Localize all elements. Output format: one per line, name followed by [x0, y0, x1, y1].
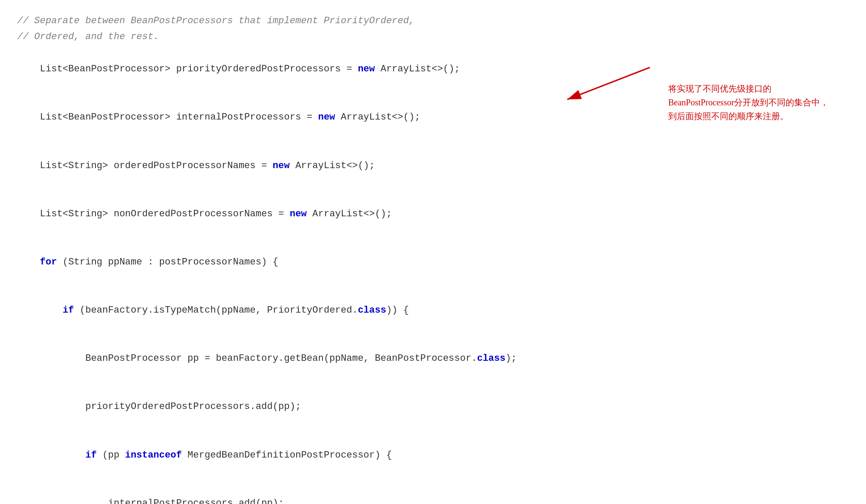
list-rest-1: ArrayList<>(); — [375, 64, 460, 74]
class-keyword-1: class — [358, 305, 386, 316]
code-line-list4: List<String> nonOrderedPostProcessorName… — [17, 190, 849, 238]
getbean-indent: BeanPostProcessor pp = beanFactory.getBe… — [40, 353, 477, 364]
annotation-box: 将实现了不同优先级接口的BeanPostProcessor分开放到不同的集合中，… — [668, 82, 832, 123]
code-line-if1: if (beanFactory.isTypeMatch(ppName, Prio… — [17, 286, 849, 335]
list-type-3: List<String> orderedPostProcessorNames = — [40, 160, 273, 171]
class-keyword-2: class — [477, 353, 505, 364]
list-rest-2: ArrayList<>(); — [335, 112, 420, 123]
if-rest-1: (beanFactory.isTypeMatch(ppName, Priorit… — [74, 305, 358, 316]
new-keyword-3: new — [273, 160, 290, 171]
annotation-text: 将实现了不同优先级接口的BeanPostProcessor分开放到不同的集合中，… — [668, 84, 829, 121]
getbean-end: ); — [505, 353, 516, 364]
if-keyword-1: if — [63, 305, 74, 316]
for-keyword: for — [40, 257, 57, 267]
code-line-add-pp: priorityOrderedPostProcessors.add(pp); — [17, 383, 849, 431]
code-block: // Separate between BeanPostProcessors t… — [17, 13, 849, 504]
new-keyword-4: new — [290, 209, 307, 219]
add-pp-indent: priorityOrderedPostProcessors.add(pp); — [40, 401, 301, 412]
code-line-internal-add: internalPostProcessors.add(pp); — [17, 479, 849, 504]
comment-line-1: // Separate between BeanPostProcessors t… — [17, 13, 849, 29]
if-end-1: )) { — [386, 305, 409, 316]
if2-indent — [40, 450, 86, 461]
new-keyword-1: new — [358, 64, 375, 74]
list-rest-3: ArrayList<>(); — [290, 160, 375, 171]
code-line-getbean: BeanPostProcessor pp = beanFactory.getBe… — [17, 335, 849, 383]
code-line-if2: if (pp instanceof MergedBeanDefinitionPo… — [17, 431, 849, 479]
for-rest: (String ppName : postProcessorNames) { — [57, 257, 278, 267]
new-keyword-2: new — [318, 112, 335, 123]
comment-line-2: // Ordered, and the rest. — [17, 29, 849, 45]
if2-end: MergedBeanDefinitionPostProcessor) { — [182, 450, 392, 461]
list-type-1: List<BeanPostProcessor> priorityOrderedP… — [40, 64, 358, 74]
instanceof-keyword: instanceof — [125, 450, 182, 461]
if-keyword-2: if — [85, 450, 96, 461]
if-indent — [40, 305, 63, 316]
if2-rest: (pp — [97, 450, 125, 461]
list-type-2: List<BeanPostProcessor> internalPostProc… — [40, 112, 318, 123]
list-type-4: List<String> nonOrderedPostProcessorName… — [40, 209, 290, 219]
list-rest-4: ArrayList<>(); — [307, 209, 392, 219]
code-line-for: for (String ppName : postProcessorNames)… — [17, 238, 849, 286]
internal-add-indent: internalPostProcessors.add(pp); — [40, 498, 284, 504]
code-line-list3: List<String> orderedPostProcessorNames =… — [17, 141, 849, 190]
